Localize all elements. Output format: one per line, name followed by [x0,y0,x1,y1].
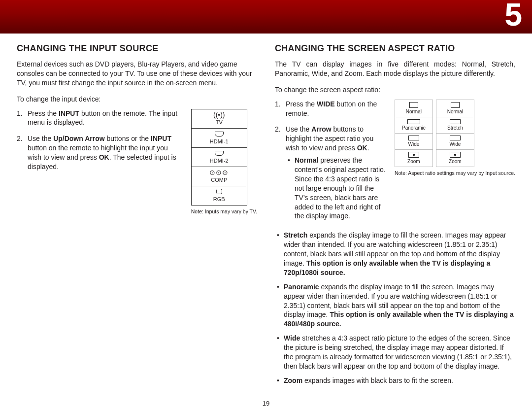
step-1: Press the INPUT button on the remote. Th… [17,109,182,128]
aspect-a-zoom: Zoom [395,150,432,167]
lead-aspect: To change the screen aspect ratio: [275,85,515,95]
input-tv: ((•)) TV [192,109,247,129]
left-body-row: Press the INPUT button on the remote. Th… [17,109,257,215]
bullet-stretch: Stretch expands the display image to fil… [275,231,515,277]
note-inputs: Note: Inputs may vary by TV. [191,208,257,215]
aspect-panel-block: Normal Panoramic Wide Zoom Normal Stretc… [395,100,515,176]
lead-input-source: To change the input device: [17,95,257,104]
aspect-step-1: Press the WIDE button on the remote. [275,100,388,118]
left-steps: Press the INPUT button on the remote. Th… [17,109,182,178]
chapter-number: 5 [504,0,522,32]
aspect-col-b: Normal Stretch Wide Zoom [436,100,474,167]
right-steps-narrow: Press the WIDE button on the remote. Use… [275,100,388,228]
component-icon: ⊙⊙⊙ [192,169,247,176]
input-hdmi-1: HDMI-1 [192,129,247,148]
aspect-a-normal: Normal [395,100,432,117]
chapter-banner: 5 [0,0,532,34]
bullet-panoramic: Panoramic expands the display image to f… [275,282,515,329]
aspect-b-normal: Normal [436,100,474,117]
input-hdmi-2: HDMI-2 [192,148,247,167]
hdmi-icon [192,131,247,137]
aspect-bullets-rest: Stretch expands the display image to fil… [275,231,515,385]
heading-aspect: Changing the Screen Aspect Ratio [275,43,515,54]
heading-input-source: Changing the Input Source [17,43,257,54]
note-aspect: Note: Aspect ratio settings may vary by … [395,170,515,176]
bullet-zoom: Zoom expands images with black bars to f… [275,376,515,385]
antenna-icon: ((•)) [192,111,247,118]
input-menu: ((•)) TV HDMI-1 HDMI-2 ⊙⊙⊙ [191,109,247,206]
hdmi-icon [192,150,247,157]
right-body-row: Press the WIDE button on the remote. Use… [275,100,515,228]
intro-input-source: External devices such as DVD players, Bl… [17,60,257,88]
page-root: 5 Changing the Input Source External dev… [0,0,532,411]
right-column: Changing the Screen Aspect Ratio The TV … [266,43,515,390]
aspect-step-2: Use the Arrow buttons to highlight the a… [275,125,388,221]
intro-aspect: The TV can display images in five differ… [275,60,515,78]
page-number: 19 [0,400,532,407]
aspect-panels: Normal Panoramic Wide Zoom Normal Stretc… [395,100,515,167]
left-column: Changing the Input Source External devic… [17,43,266,390]
aspect-b-zoom: Zoom [436,150,474,167]
input-comp: ⊙⊙⊙ COMP [192,167,247,186]
aspect-a-panoramic: Panoramic [395,117,432,134]
monitor-icon: 🖵 [192,188,247,195]
bullet-wide: Wide stretches a 4:3 aspect ratio pictur… [275,334,515,371]
bullet-normal: Normal preserves the content's original … [286,156,388,221]
aspect-a-wide: Wide [395,134,432,150]
input-menu-block: ((•)) TV HDMI-1 HDMI-2 ⊙⊙⊙ [191,109,257,215]
aspect-col-a: Normal Panoramic Wide Zoom [395,100,433,167]
aspect-b-stretch: Stretch [436,117,474,134]
input-rgb: 🖵 RGB [192,186,247,205]
step-2: Use the Up/Down Arrow buttons or the INP… [17,134,182,171]
page-body: Changing the Input Source External devic… [0,34,532,390]
aspect-b-wide: Wide [436,134,474,150]
